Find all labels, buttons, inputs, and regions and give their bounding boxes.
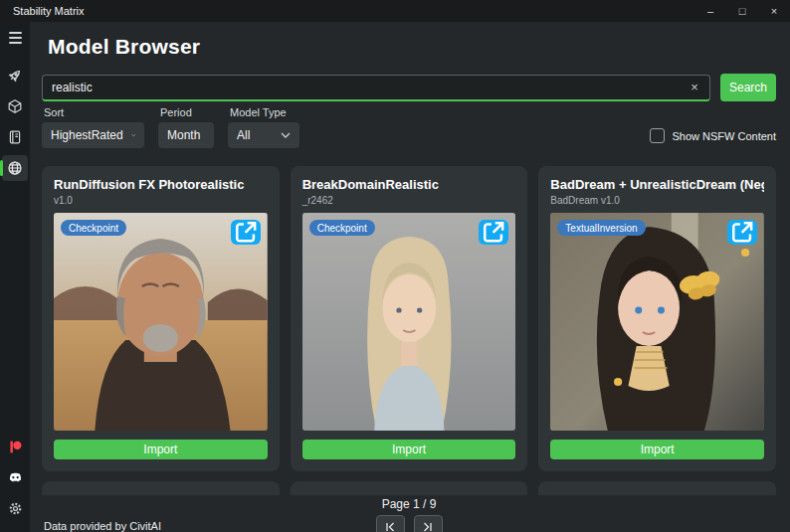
first-page-icon bbox=[384, 521, 396, 532]
next-row-partial bbox=[42, 481, 776, 495]
chevron-down-icon bbox=[131, 132, 135, 138]
model-preview-image: Checkpoint bbox=[54, 213, 268, 431]
sidebar-item-checkpoints[interactable] bbox=[2, 124, 28, 150]
civitai-attribution: Data provided by CivitAI bbox=[44, 520, 161, 532]
maximize-button[interactable]: □ bbox=[726, 0, 758, 22]
model-version: v1.0 bbox=[54, 195, 268, 206]
sidebar-item-settings[interactable] bbox=[2, 495, 28, 521]
footer-bar: Page 1 / 9 Data provided by CivitAI bbox=[42, 495, 776, 532]
model-card-grid: RunDiffusion FX Photorealistic v1.0 bbox=[42, 166, 776, 471]
model-type-badge: TextualInversion bbox=[557, 220, 645, 236]
search-input[interactable] bbox=[52, 81, 686, 94]
sort-filter: Sort HighestRated bbox=[42, 106, 144, 148]
main-content: Model Browser × Search Sort HighestRated bbox=[30, 22, 790, 532]
model-title: RunDiffusion FX Photorealistic bbox=[54, 177, 268, 192]
filter-row: Sort HighestRated Period Month Model Typ… bbox=[42, 106, 776, 148]
open-external-icon bbox=[231, 220, 261, 245]
title-bar: Stability Matrix – □ × bbox=[0, 0, 790, 22]
open-external-button[interactable] bbox=[727, 220, 757, 245]
model-card: BadDream + UnrealisticDream (Negative Em… bbox=[538, 166, 776, 471]
sidebar-item-discord[interactable] bbox=[2, 464, 28, 490]
nsfw-label: Show NSFW Content bbox=[672, 130, 776, 142]
sidebar bbox=[0, 22, 30, 532]
model-title: BadDream + UnrealisticDream (Negative Em… bbox=[550, 177, 764, 192]
minimize-button[interactable]: – bbox=[694, 0, 726, 22]
import-button[interactable]: Import bbox=[54, 440, 268, 459]
open-external-icon bbox=[479, 220, 508, 245]
preview-butterfly-woman bbox=[550, 213, 764, 431]
sidebar-item-packages[interactable] bbox=[2, 93, 28, 119]
model-version: BadDream v1.0 bbox=[550, 195, 764, 206]
pagination-buttons bbox=[376, 515, 443, 532]
nsfw-toggle: Show NSFW Content bbox=[650, 128, 776, 143]
last-page-icon bbox=[422, 521, 434, 532]
chevron-down-icon bbox=[281, 132, 291, 138]
close-button[interactable]: × bbox=[758, 0, 790, 22]
import-button[interactable]: Import bbox=[550, 440, 764, 459]
first-page-button[interactable] bbox=[376, 515, 405, 532]
open-external-icon bbox=[727, 220, 757, 245]
window-title: Stability Matrix bbox=[13, 5, 85, 17]
model-type-value: All bbox=[237, 128, 250, 142]
discord-icon bbox=[8, 470, 23, 485]
model-preview-image: Checkpoint bbox=[302, 213, 516, 431]
period-value: Month bbox=[167, 128, 200, 142]
clear-search-icon[interactable]: × bbox=[686, 79, 703, 96]
sort-dropdown[interactable]: HighestRated bbox=[42, 122, 144, 148]
page-title: Model Browser bbox=[48, 35, 776, 59]
search-button[interactable]: Search bbox=[720, 74, 776, 101]
model-card: RunDiffusion FX Photorealistic v1.0 bbox=[42, 166, 280, 471]
open-external-button[interactable] bbox=[479, 220, 508, 245]
model-title: BreakDomainRealistic bbox=[302, 177, 516, 192]
period-label: Period bbox=[160, 106, 214, 118]
nsfw-checkbox[interactable] bbox=[650, 128, 665, 143]
last-page-button[interactable] bbox=[414, 515, 443, 532]
search-row: × Search bbox=[42, 74, 776, 101]
model-type-badge: Checkpoint bbox=[61, 220, 126, 236]
model-preview-image: TextualInversion bbox=[550, 213, 764, 431]
open-external-button[interactable] bbox=[231, 220, 261, 245]
search-box[interactable]: × bbox=[42, 75, 710, 101]
model-type-label: Model Type bbox=[230, 106, 299, 118]
model-version: _r2462 bbox=[302, 195, 516, 206]
model-card: BreakDomainRealistic _r2462 bbox=[291, 166, 528, 471]
patreon-icon bbox=[8, 440, 23, 454]
sidebar-item-model-browser[interactable] bbox=[2, 155, 28, 181]
window-controls: – □ × bbox=[694, 0, 790, 22]
model-browser-globe-icon bbox=[7, 160, 23, 176]
preview-blonde-woman bbox=[302, 213, 516, 431]
model-card[interactable] bbox=[42, 481, 280, 495]
sidebar-item-patreon[interactable] bbox=[2, 434, 28, 459]
hamburger-menu-icon[interactable] bbox=[4, 27, 26, 49]
checkpoints-notebook-icon bbox=[7, 129, 23, 145]
model-card[interactable] bbox=[291, 481, 528, 495]
package-cube-icon bbox=[7, 98, 23, 114]
settings-gear-icon bbox=[8, 501, 23, 516]
import-button[interactable]: Import bbox=[302, 440, 516, 459]
model-type-dropdown[interactable]: All bbox=[228, 122, 299, 148]
period-filter: Period Month bbox=[158, 106, 214, 148]
model-type-filter: Model Type All bbox=[228, 106, 299, 148]
period-dropdown[interactable]: Month bbox=[158, 122, 214, 148]
app-window: Stability Matrix – □ × bbox=[0, 0, 790, 532]
sidebar-item-launch[interactable] bbox=[2, 63, 28, 89]
sort-value: HighestRated bbox=[51, 128, 123, 142]
preview-photorealistic-man bbox=[54, 213, 268, 431]
model-type-badge: Checkpoint bbox=[309, 220, 375, 236]
page-indicator: Page 1 / 9 bbox=[382, 497, 437, 511]
sort-label: Sort bbox=[44, 106, 144, 118]
model-card[interactable] bbox=[538, 481, 776, 495]
rocket-launch-icon bbox=[7, 68, 23, 84]
